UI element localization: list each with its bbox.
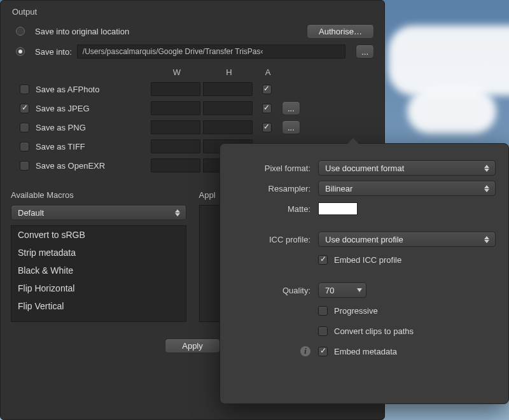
alpha-checkbox[interactable] bbox=[262, 104, 272, 113]
save-into-path[interactable]: /Users/pascalmarquis/Google Drive/Transf… bbox=[77, 45, 345, 59]
embed-icc-label: Embed ICC profile bbox=[334, 255, 401, 265]
browse-button[interactable]: ... bbox=[356, 45, 374, 59]
output-section-title: Output bbox=[12, 7, 374, 17]
pixel-format-select[interactable]: Use document format bbox=[318, 160, 496, 176]
format-checkbox[interactable] bbox=[20, 123, 29, 132]
chevron-down-icon bbox=[357, 288, 362, 292]
resampler-label: Resampler: bbox=[229, 184, 318, 193]
available-macros-title: Available Macros bbox=[11, 190, 186, 200]
label-save-into: Save into: bbox=[35, 47, 72, 57]
format-checkbox[interactable] bbox=[20, 85, 29, 94]
format-label: Save as AFPhoto bbox=[36, 85, 99, 94]
embed-metadata-label: Embed metadata bbox=[334, 347, 397, 356]
format-options-button[interactable]: ... bbox=[282, 120, 300, 134]
label-save-original: Save into original location bbox=[35, 27, 129, 36]
info-icon[interactable]: i bbox=[300, 346, 310, 356]
background-cloud bbox=[388, 25, 509, 95]
format-label: Save as PNG bbox=[36, 123, 86, 132]
radio-save-original[interactable] bbox=[16, 27, 25, 36]
width-input[interactable] bbox=[151, 158, 200, 172]
available-macros-list[interactable]: Convert to sRGBStrip metadataBlack & Whi… bbox=[11, 225, 186, 322]
convert-clips-label: Convert clips to paths bbox=[334, 326, 414, 336]
format-row: Save as PNG... bbox=[11, 118, 374, 137]
select-stepper-icon bbox=[482, 185, 491, 192]
height-input[interactable] bbox=[203, 82, 253, 96]
width-input[interactable] bbox=[151, 82, 200, 96]
height-input[interactable] bbox=[203, 101, 253, 115]
icc-profile-select[interactable]: Use document profile bbox=[318, 232, 496, 247]
icc-profile-label: ICC profile: bbox=[229, 235, 318, 244]
list-item[interactable]: Flip Horizontal bbox=[11, 279, 186, 297]
height-input[interactable] bbox=[203, 120, 253, 134]
format-row: Save as JPEG... bbox=[11, 99, 374, 118]
alpha-checkbox[interactable] bbox=[262, 123, 272, 132]
width-input[interactable] bbox=[151, 101, 200, 115]
matte-color-swatch[interactable] bbox=[318, 202, 358, 215]
format-row: Save as AFPhoto bbox=[11, 80, 374, 99]
authorise-button[interactable]: Authorise… bbox=[307, 24, 374, 39]
select-stepper-icon bbox=[173, 209, 182, 216]
format-checkbox[interactable] bbox=[20, 104, 29, 113]
icc-profile-value: Use document profile bbox=[325, 235, 403, 244]
apply-button[interactable]: Apply bbox=[165, 339, 220, 353]
select-stepper-icon bbox=[482, 236, 491, 243]
format-options-button[interactable]: ... bbox=[282, 101, 300, 115]
width-input[interactable] bbox=[151, 139, 200, 153]
width-input[interactable] bbox=[151, 120, 200, 134]
convert-clips-checkbox[interactable] bbox=[318, 326, 328, 336]
quality-label: Quality: bbox=[229, 286, 318, 295]
format-label: Save as OpenEXR bbox=[36, 161, 105, 171]
embed-icc-checkbox[interactable] bbox=[318, 255, 328, 265]
header-a: A bbox=[255, 67, 281, 77]
header-w: W bbox=[151, 67, 203, 77]
pixel-format-value: Use document format bbox=[325, 164, 404, 173]
macro-group-select[interactable]: Default bbox=[11, 205, 186, 220]
resampler-select[interactable]: Bilinear bbox=[318, 181, 496, 196]
macro-group-value: Default bbox=[18, 208, 44, 218]
embed-metadata-checkbox[interactable] bbox=[318, 347, 328, 356]
header-h: H bbox=[203, 67, 255, 77]
dimension-headers: W H A bbox=[11, 67, 374, 77]
background-cloud bbox=[407, 89, 496, 134]
list-item[interactable]: Black & White bbox=[11, 262, 186, 279]
format-label: Save as TIFF bbox=[36, 142, 85, 151]
radio-save-into[interactable] bbox=[16, 47, 25, 56]
resampler-value: Bilinear bbox=[325, 184, 352, 193]
list-item[interactable]: Strip metadata bbox=[11, 244, 186, 262]
list-item[interactable]: Flip Vertical bbox=[11, 297, 186, 315]
jpeg-options-popover: Pixel format: Use document format Resamp… bbox=[220, 143, 509, 404]
quality-value: 70 bbox=[325, 286, 334, 295]
matte-label: Matte: bbox=[229, 204, 318, 214]
list-item[interactable]: Convert to sRGB bbox=[11, 226, 186, 244]
format-label: Save as JPEG bbox=[36, 104, 90, 113]
progressive-label: Progressive bbox=[334, 306, 378, 316]
alpha-checkbox[interactable] bbox=[262, 85, 272, 94]
pixel-format-label: Pixel format: bbox=[229, 164, 318, 173]
select-stepper-icon bbox=[482, 165, 491, 172]
format-checkbox[interactable] bbox=[20, 142, 29, 151]
quality-select[interactable]: 70 bbox=[318, 283, 366, 298]
format-checkbox[interactable] bbox=[20, 161, 29, 171]
progressive-checkbox[interactable] bbox=[318, 306, 328, 316]
